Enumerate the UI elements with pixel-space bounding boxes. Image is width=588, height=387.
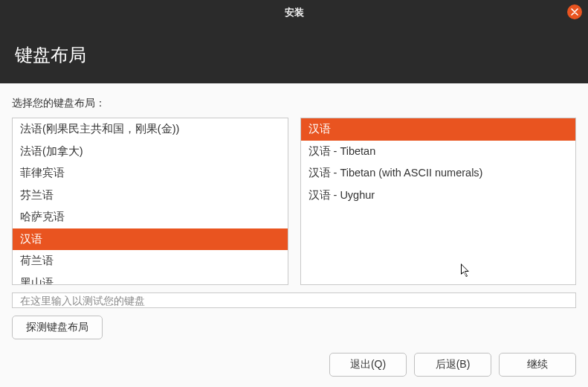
language-list-item[interactable]: 黑山语 xyxy=(13,272,288,285)
window-title: 安装 xyxy=(285,6,304,19)
language-list-item[interactable]: 荷兰语 xyxy=(13,250,288,272)
keyboard-language-list[interactable]: 法语(刚果民主共和国，刚果(金))法语(加拿大)菲律宾语芬兰语哈萨克语汉语荷兰语… xyxy=(12,118,288,285)
variant-list-item[interactable]: 汉语 - Tibetan (with ASCII numerals) xyxy=(301,162,576,185)
language-list-item[interactable]: 菲律宾语 xyxy=(13,162,288,185)
language-list-item[interactable]: 法语(加拿大) xyxy=(13,141,288,163)
close-icon xyxy=(571,8,578,16)
lists-row: 法语(刚果民主共和国，刚果(金))法语(加拿大)菲律宾语芬兰语哈萨克语汉语荷兰语… xyxy=(12,118,576,285)
variant-list-item[interactable]: 汉语 - Uyghur xyxy=(301,185,576,207)
titlebar: 安装 xyxy=(0,0,588,25)
close-button[interactable] xyxy=(567,4,582,19)
content-area: 选择您的键盘布局： 法语(刚果民主共和国，刚果(金))法语(加拿大)菲律宾语芬兰… xyxy=(0,83,588,387)
keyboard-variant-list[interactable]: 汉语汉语 - Tibetan汉语 - Tibetan (with ASCII n… xyxy=(300,118,577,285)
quit-button[interactable]: 退出(Q) xyxy=(329,353,407,377)
prompt-label: 选择您的键盘布局： xyxy=(12,97,576,110)
back-button[interactable]: 后退(B) xyxy=(414,353,491,377)
detect-row: 探测键盘布局 xyxy=(12,316,576,339)
language-list-item[interactable]: 芬兰语 xyxy=(13,185,288,207)
detect-layout-button[interactable]: 探测键盘布局 xyxy=(12,316,103,339)
variant-list-item[interactable]: 汉语 - Tibetan xyxy=(301,141,576,163)
keyboard-test-input[interactable] xyxy=(12,292,576,308)
language-list-item[interactable]: 哈萨克语 xyxy=(13,206,288,228)
language-list-item[interactable]: 法语(刚果民主共和国，刚果(金)) xyxy=(13,118,288,141)
continue-button[interactable]: 继续 xyxy=(499,353,576,377)
page-header: 键盘布局 xyxy=(0,25,588,83)
footer-buttons: 退出(Q) 后退(B) 继续 xyxy=(12,339,576,377)
page-title: 键盘布局 xyxy=(15,45,86,65)
variant-list-item[interactable]: 汉语 xyxy=(301,118,576,141)
language-list-item[interactable]: 汉语 xyxy=(13,228,288,251)
